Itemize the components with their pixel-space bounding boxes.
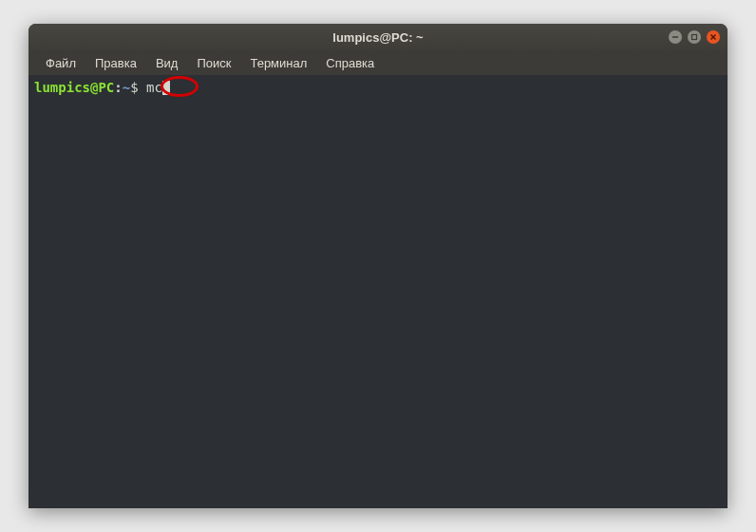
menu-help[interactable]: Справка xyxy=(316,52,384,74)
menu-file[interactable]: Файл xyxy=(36,52,85,74)
maximize-icon xyxy=(690,33,698,41)
prompt-line: lumpics@PC:~$ mc xyxy=(34,79,722,96)
terminal-body[interactable]: lumpics@PC:~$ mc xyxy=(28,75,728,508)
menu-terminal[interactable]: Терминал xyxy=(240,52,316,74)
menu-edit[interactable]: Правка xyxy=(85,52,146,74)
window-controls xyxy=(669,30,720,44)
maximize-button[interactable] xyxy=(688,30,701,44)
prompt-colon: : xyxy=(114,79,122,96)
minimize-icon xyxy=(671,33,679,41)
window-title: lumpics@PC: ~ xyxy=(332,30,423,45)
close-button[interactable] xyxy=(707,30,720,44)
titlebar[interactable]: lumpics@PC: ~ xyxy=(28,24,728,50)
prompt-path: ~ xyxy=(123,79,130,96)
terminal-window: lumpics@PC: ~ Файл Правка Вид Поиск Терм… xyxy=(28,24,728,508)
prompt-symbol: $ xyxy=(130,79,146,96)
menu-search[interactable]: Поиск xyxy=(187,52,240,74)
svg-rect-1 xyxy=(692,35,697,40)
minimize-button[interactable] xyxy=(669,30,682,44)
prompt-userhost: lumpics@PC xyxy=(34,79,114,96)
close-icon xyxy=(709,33,717,41)
menubar: Файл Правка Вид Поиск Терминал Справка xyxy=(28,50,728,75)
command-input[interactable]: mc xyxy=(146,79,162,96)
menu-view[interactable]: Вид xyxy=(146,52,188,74)
cursor-icon xyxy=(162,81,170,95)
